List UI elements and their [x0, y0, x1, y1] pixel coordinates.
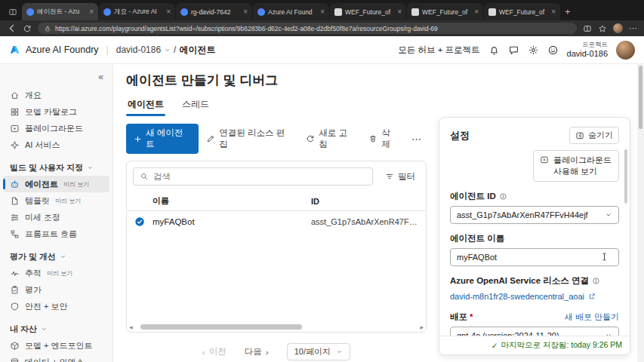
tab-actions-icon[interactable]: [4, 3, 22, 20]
template-doc-icon: [10, 196, 20, 206]
url-bar[interactable]: https://ai.azure.com/playground/agentsLi…: [38, 23, 577, 34]
tab-close-icon[interactable]: ×: [397, 8, 402, 16]
tab-close-icon[interactable]: ×: [89, 8, 94, 16]
browser-tab-resource-group[interactable]: rg-david-7642 ×: [176, 3, 252, 20]
next-page-button[interactable]: 다음 ›: [245, 346, 269, 357]
name-column-header[interactable]: 이름: [153, 195, 311, 207]
tab-close-icon[interactable]: ×: [320, 8, 325, 16]
edit-connected-resources-button[interactable]: 연결된 리소스 편집: [201, 124, 298, 154]
sidebar-item-evaluation[interactable]: 평가: [3, 281, 109, 298]
new-agent-button[interactable]: 새 에이전트: [126, 124, 199, 154]
sidebar-item-tracing[interactable]: 추적 미리 보기: [3, 265, 109, 281]
aoai-connection-link[interactable]: david-m8n1fr28-swedencentral_aoai: [450, 292, 584, 301]
browser-menu-icon[interactable]: ⋯: [629, 24, 637, 32]
sidebar-section-my-assets[interactable]: 내 자산: [3, 321, 109, 337]
back-icon[interactable]: [7, 23, 17, 33]
smiley-feedback-icon[interactable]: [547, 44, 559, 56]
settings-gear-icon[interactable]: [528, 44, 539, 56]
page-scrollbar-thumb[interactable]: [639, 66, 642, 129]
new-deployment-link[interactable]: 새 배포 만들기: [565, 311, 619, 323]
filter-button[interactable]: 필터: [381, 168, 420, 186]
pencil-icon: [206, 134, 215, 143]
sidebar-item-models-endpoints[interactable]: 모델 + 엔드포인트: [3, 337, 109, 354]
tab-agents[interactable]: 에이전트: [126, 95, 165, 116]
project-switcher[interactable]: 프로젝트 david-0186: [567, 41, 608, 58]
tab-favicon: [180, 8, 188, 16]
sidebar-item-ai-services[interactable]: AI 서비스: [3, 137, 109, 153]
browser-tab-overview[interactable]: 개요 - Azure AI ×: [99, 3, 175, 20]
sidebar-section-build[interactable]: 빌드 및 사용자 지정: [3, 159, 109, 176]
database-icon: [10, 357, 20, 362]
horizontal-scrollbar[interactable]: ◀ ▶: [127, 322, 426, 332]
delete-button[interactable]: 삭제: [363, 124, 404, 154]
breadcrumb: david-0186 / 에이전트: [116, 44, 216, 57]
feedback-chat-icon[interactable]: [508, 44, 519, 56]
sidebar-section-assess[interactable]: 평가 및 개선: [3, 248, 109, 265]
browser-tab-foundry[interactable]: Azure AI Found ×: [253, 3, 329, 20]
tab-title: Azure AI Found: [268, 8, 317, 16]
chevron-down-icon[interactable]: [164, 47, 171, 54]
edit-resources-label: 연결된 리소스 편집: [219, 127, 293, 150]
hide-panel-button[interactable]: 숨기기: [569, 127, 619, 144]
preview-badge: 미리 보기: [63, 180, 89, 189]
all-hubs-link[interactable]: 모든 허브 + 프로젝트: [398, 44, 479, 56]
toolbar-overflow-icon[interactable]: ⋯: [406, 132, 427, 146]
browser-tab-pdf-2[interactable]: WEF_Future_of ×: [407, 3, 483, 20]
sidebar-item-overview[interactable]: 개요: [3, 87, 109, 103]
favorites-icon[interactable]: [598, 24, 607, 33]
browser-profile-avatar[interactable]: [613, 23, 623, 33]
sidebar-item-safety-security[interactable]: 안전 + 보안: [3, 298, 109, 314]
tab-close-icon[interactable]: ×: [243, 8, 248, 16]
scroll-left-icon[interactable]: ◀: [129, 325, 133, 330]
info-icon[interactable]: [592, 277, 600, 285]
tab-close-icon[interactable]: ×: [474, 8, 479, 16]
panel-scrollbar-thumb[interactable]: [624, 149, 627, 204]
sidebar-item-model-catalog[interactable]: 모델 카탈로그: [3, 103, 109, 120]
user-avatar[interactable]: [616, 41, 635, 60]
agent-name-label-row: 에이전트 이름: [450, 233, 619, 244]
sidebar-item-fine-tuning[interactable]: 미세 조정: [3, 209, 109, 225]
breadcrumb-project[interactable]: david-0186: [116, 44, 161, 55]
browser-tab-pdf-3[interactable]: WEF_Future_of ×: [484, 3, 560, 20]
browser-tab-pdf-1[interactable]: WEF_Future_of ×: [330, 3, 406, 20]
shield-icon: [10, 302, 20, 311]
tab-threads[interactable]: 스레드: [180, 95, 211, 116]
sidebar-item-label: 모델 카탈로그: [25, 106, 77, 118]
tab-close-icon[interactable]: ×: [166, 8, 171, 16]
reload-icon[interactable]: [23, 24, 32, 33]
page-size-select[interactable]: 10/페이지: [287, 343, 350, 360]
row-selected-check-icon[interactable]: [127, 216, 153, 227]
scroll-right-icon[interactable]: ▶: [420, 325, 424, 330]
new-tab-button[interactable]: +: [565, 6, 571, 17]
refresh-button[interactable]: 새로 고침: [300, 124, 361, 154]
tab-close-icon[interactable]: ×: [551, 8, 556, 16]
split-screen-icon[interactable]: [583, 24, 592, 33]
sidebar-collapse-icon[interactable]: «: [98, 72, 103, 81]
info-icon[interactable]: [499, 192, 507, 201]
search-box[interactable]: [133, 167, 373, 186]
trash-icon: [368, 134, 377, 143]
external-link-icon[interactable]: [588, 293, 596, 300]
page-scrollbar[interactable]: [637, 64, 644, 362]
sidebar-item-playgrounds[interactable]: 플레이그라운드: [3, 120, 109, 137]
browser-tab-strip: 에이전트 - Azu × 개요 - Azure AI × rg-david-76…: [0, 0, 644, 20]
agent-id-select[interactable]: asst_G1p7sAbArXenR47FFvH44ejf: [450, 206, 619, 224]
sidebar-item-label: 프롬프트 흐름: [25, 229, 77, 240]
sidebar-item-agents[interactable]: 에이전트 미리 보기: [3, 176, 109, 192]
sidebar-item-prompt-flow[interactable]: 프롬프트 흐름: [3, 225, 109, 242]
scrollbar-thumb[interactable]: [140, 324, 302, 330]
previous-page-button[interactable]: ‹ 이전: [202, 346, 226, 357]
agent-name-input[interactable]: [450, 248, 619, 266]
try-playground-button[interactable]: 플레이그라운드 사용해 보기: [533, 150, 619, 182]
tab-favicon: [411, 8, 419, 16]
id-column-header[interactable]: ID: [311, 197, 426, 206]
search-input[interactable]: [153, 172, 366, 181]
scrollbar-track[interactable]: [135, 324, 418, 330]
table-row[interactable]: myFAQBot asst_G1p7sAbArXenR47FFvH44ejf: [127, 211, 426, 232]
sidebar-item-data-indexes[interactable]: 데이터 + 인덱스: [3, 354, 109, 362]
project-caption: 프로젝트: [582, 41, 608, 49]
notifications-bell-icon[interactable]: [488, 44, 500, 56]
browser-tab-agents[interactable]: 에이전트 - Azu ×: [22, 3, 98, 20]
sidebar-item-templates[interactable]: 템플릿 미리 보기: [3, 192, 109, 209]
tab-title: WEF_Future_of: [499, 8, 548, 16]
